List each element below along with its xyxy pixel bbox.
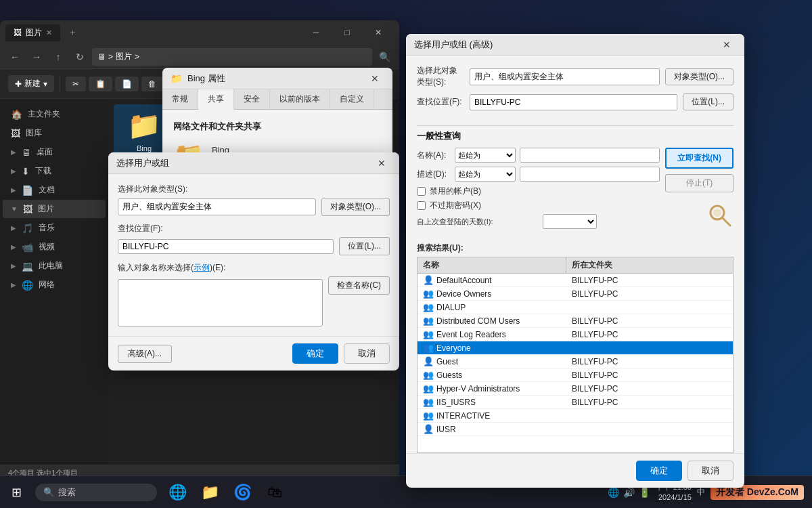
adv-name-input[interactable] bbox=[520, 148, 660, 163]
forward-btn[interactable]: → bbox=[27, 47, 46, 66]
adv-objtype-btn[interactable]: 对象类型(O)... bbox=[665, 68, 734, 85]
sidebar-item-documents[interactable]: ▶ 📄 文档 bbox=[3, 181, 106, 199]
row-icon: 👥 bbox=[423, 343, 434, 353]
refresh-btn[interactable]: ↻ bbox=[70, 47, 89, 66]
gallery-icon: 🖼 bbox=[11, 128, 20, 139]
start-button[interactable]: ⊞ bbox=[0, 476, 32, 509]
find-now-btn[interactable]: 立即查找(N) bbox=[665, 148, 734, 169]
adv-result-row[interactable]: 👤 Guest BILLYFU-PC bbox=[418, 355, 733, 368]
minimize-btn[interactable]: ─ bbox=[300, 22, 332, 43]
tab-previous[interactable]: 以前的版本 bbox=[270, 89, 330, 109]
row-location: BILLYFU-PC bbox=[572, 276, 618, 285]
adv-dialog-close[interactable]: ✕ bbox=[717, 37, 736, 52]
close-btn[interactable]: ✕ bbox=[363, 22, 394, 43]
adv-disabled-label: 禁用的帐户(B) bbox=[430, 186, 481, 197]
adv-result-row[interactable]: 👥 Guests BILLYFU-PC bbox=[418, 368, 733, 382]
sidebar-item-desktop[interactable]: ▶ 🖥 桌面 bbox=[3, 143, 106, 161]
search-btn[interactable]: 🔍 bbox=[375, 47, 394, 66]
adv-results-section: 搜索结果(U): bbox=[406, 238, 744, 257]
copy-btn[interactable]: 📋 bbox=[89, 77, 112, 91]
row-name: Distributed COM Users bbox=[436, 316, 520, 326]
adv-ok-btn[interactable]: 确定 bbox=[636, 461, 682, 481]
tab-share[interactable]: 共享 bbox=[198, 89, 234, 110]
lang-indicator[interactable]: 中 bbox=[697, 486, 705, 498]
adv-desc-input[interactable] bbox=[520, 167, 660, 182]
row-icon: 👥 bbox=[423, 289, 434, 299]
new-btn[interactable]: ✚ 新建 ▾ bbox=[8, 75, 54, 92]
nav-separator-1: 🖥 bbox=[97, 52, 106, 62]
su-location-btn[interactable]: 位置(L)... bbox=[339, 237, 390, 255]
adv-disabled-row: 禁用的帐户(B) bbox=[417, 186, 660, 197]
adv-result-row[interactable]: 👥 IIS_IUSRS BILLYFU-PC bbox=[418, 396, 733, 409]
adv-location-btn[interactable]: 位置(L)... bbox=[683, 93, 734, 110]
su-dialog-close[interactable]: ✕ bbox=[372, 156, 391, 171]
adv-cancel-btn[interactable]: 取消 bbox=[687, 461, 734, 481]
adv-general-query: 一般性查询 名称(A): 起始为 描述(D): 起始为 bbox=[406, 130, 744, 238]
row-name: DIALUP bbox=[436, 303, 466, 312]
adv-result-row[interactable]: 👥 Distributed COM Users BILLYFU-PC bbox=[418, 314, 733, 328]
adv-result-row[interactable]: 👤 IUSR bbox=[418, 423, 733, 436]
tray-battery-icon[interactable]: 🔋 bbox=[639, 487, 650, 498]
su-ok-btn[interactable]: 确定 bbox=[292, 343, 338, 364]
taskbar-app-edge[interactable]: 🌀 bbox=[227, 478, 257, 507]
adv-noexpiry-checkbox[interactable] bbox=[417, 201, 426, 210]
sidebar-item-downloads[interactable]: ▶ ⬇ 下载 bbox=[3, 162, 106, 180]
tab-new-btn[interactable]: ＋ bbox=[63, 24, 83, 41]
tab-general[interactable]: 常规 bbox=[162, 89, 198, 109]
tab-security[interactable]: 安全 bbox=[234, 89, 270, 109]
adv-header: 选择此对象类型(S): 用户、组或内置安全主体 对象类型(O)... 查找位置(… bbox=[406, 56, 744, 121]
taskbar-app-store[interactable]: 🛍 bbox=[260, 478, 290, 507]
back-btn[interactable]: ← bbox=[5, 47, 24, 66]
su-cancel-btn[interactable]: 取消 bbox=[344, 343, 390, 364]
taskbar-app-explorer[interactable]: 📁 bbox=[195, 478, 225, 507]
adv-desc-qualifier[interactable]: 起始为 bbox=[455, 167, 516, 182]
sidebar-item-pictures[interactable]: ▼ 🖼 图片 bbox=[3, 200, 106, 218]
sidebar-item-gallery[interactable]: 🖼 图库 bbox=[3, 124, 106, 142]
sidebar-item-thispc[interactable]: ▶ 💻 此电脑 bbox=[3, 257, 106, 275]
thispc-icon: 💻 bbox=[22, 261, 33, 272]
adv-name-qualifier[interactable]: 起始为 bbox=[455, 148, 516, 163]
adv-disabled-checkbox[interactable] bbox=[417, 187, 426, 196]
sidebar-item-videos[interactable]: ▶ 📹 视频 bbox=[3, 238, 106, 256]
adv-result-row[interactable]: 👥 Event Log Readers BILLYFU-PC bbox=[418, 328, 733, 341]
tray-volume-icon[interactable]: 🔊 bbox=[623, 487, 635, 498]
su-example-link[interactable]: 示例 bbox=[194, 263, 210, 272]
tab-close-btn[interactable]: ✕ bbox=[46, 28, 52, 37]
adv-result-row[interactable]: 👥 Hyper-V Administrators BILLYFU-PC bbox=[418, 382, 733, 396]
up-btn[interactable]: ↑ bbox=[49, 47, 68, 66]
su-advanced-btn[interactable]: 高级(A)... bbox=[118, 345, 172, 363]
maximize-btn[interactable]: □ bbox=[332, 22, 363, 43]
taskbar-search[interactable]: 🔍 搜索 bbox=[35, 484, 157, 501]
stop-btn[interactable]: 停止(T) bbox=[665, 174, 734, 192]
sidebar-item-music[interactable]: ▶ 🎵 音乐 bbox=[3, 219, 106, 237]
taskbar-app-folder[interactable]: 🌐 bbox=[162, 478, 192, 507]
delete-btn[interactable]: 🗑 bbox=[141, 77, 163, 91]
adv-result-row[interactable]: 👥 Device Owners BILLYFU-PC bbox=[418, 287, 733, 301]
su-check-btn[interactable]: 检查名称(C) bbox=[328, 276, 390, 295]
pictures-arrow: ▼ bbox=[11, 205, 18, 213]
sidebar-item-network[interactable]: ▶ 🌐 网络 bbox=[3, 276, 106, 294]
adv-results-body: 👤 DefaultAccount BILLYFU-PC 👥 Device Own… bbox=[418, 274, 733, 436]
adv-result-row[interactable]: 👥 Everyone bbox=[418, 341, 733, 355]
su-location-row: BILLYFU-PC 位置(L)... bbox=[118, 237, 390, 255]
bing-dialog-title: Bing 属性 bbox=[187, 72, 360, 85]
adv-location-input[interactable] bbox=[470, 94, 677, 110]
adv-days-select[interactable] bbox=[543, 214, 597, 229]
paste-btn[interactable]: 📄 bbox=[115, 77, 139, 91]
address-bar[interactable]: 🖥 > 图片 > bbox=[92, 48, 372, 66]
adv-result-row[interactable]: 👥 INTERACTIVE bbox=[418, 409, 733, 423]
cut-btn[interactable]: ✂ bbox=[66, 77, 86, 91]
tab-label: 图片 bbox=[26, 27, 42, 39]
bing-dialog-close[interactable]: ✕ bbox=[365, 71, 384, 86]
su-objtype-btn[interactable]: 对象类型(O)... bbox=[321, 198, 390, 216]
su-name-input[interactable] bbox=[118, 279, 323, 326]
row-location: BILLYFU-PC bbox=[572, 330, 618, 339]
tray-network-icon[interactable]: 🌐 bbox=[608, 487, 619, 498]
explorer-tab-active[interactable]: 🖼 图片 ✕ bbox=[5, 24, 60, 41]
adv-result-row[interactable]: 👥 DIALUP bbox=[418, 301, 733, 314]
tab-custom[interactable]: 自定义 bbox=[330, 89, 374, 109]
sidebar-item-home[interactable]: 🏠 主文件夹 bbox=[3, 105, 106, 123]
adv-noexpiry-row: 不过期密码(X) bbox=[417, 200, 660, 211]
row-location: BILLYFU-PC bbox=[572, 289, 618, 299]
adv-result-row[interactable]: 👤 DefaultAccount BILLYFU-PC bbox=[418, 274, 733, 287]
